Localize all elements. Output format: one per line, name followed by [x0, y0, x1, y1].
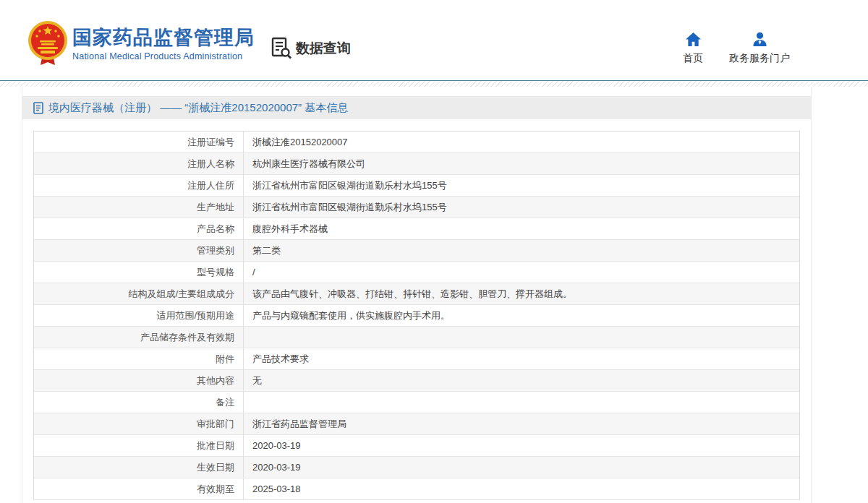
row-value: 无 [244, 370, 799, 391]
row-value: 2020-03-19 [244, 457, 799, 478]
row-value: 该产品由气腹针、冲吸器、打结钳、持针钳、造影钳、胆管刀、撑开器组成。 [244, 283, 799, 304]
table-row: 备注 [34, 392, 799, 413]
site-subtitle: National Medical Products Administration [72, 51, 255, 61]
row-label: 管理类别 [34, 240, 244, 261]
top-nav: 首页 政务服务门户 [683, 32, 790, 65]
row-label: 产品储存条件及有效期 [34, 327, 244, 348]
page-icon [33, 102, 43, 114]
row-label: 型号规格 [34, 262, 244, 283]
row-value: 浙械注准20152020007 [244, 132, 799, 152]
row-label: 注册证编号 [34, 132, 244, 152]
table-row: 管理类别 第二类 [34, 240, 799, 262]
row-value: 杭州康生医疗器械有限公司 [244, 153, 799, 174]
table-row: 生效日期 2020-03-19 [34, 457, 799, 478]
row-value: 2025-03-18 [244, 478, 799, 499]
national-emblem-logo [27, 20, 68, 66]
site-header: 国家药品监督管理局 National Medical Products Admi… [0, 0, 868, 80]
row-label: 有效期至 [34, 478, 244, 499]
row-value: 产品技术要求 [244, 348, 799, 369]
table-row: 批准日期 2020-03-19 [34, 435, 799, 457]
nav-item-home[interactable]: 首页 [683, 32, 703, 65]
row-label: 附件 [34, 348, 244, 369]
row-label: 批准日期 [34, 435, 244, 456]
registration-info-table: 注册证编号 浙械注准20152020007 注册人名称 杭州康生医疗器械有限公司… [33, 131, 800, 500]
row-value [244, 327, 799, 348]
row-value: 浙江省药品监督管理局 [244, 413, 799, 434]
row-label: 生产地址 [34, 197, 244, 218]
section-title: 境内医疗器械（注册） —— “浙械注准20152020007” 基本信息 [48, 101, 348, 115]
table-row: 注册人名称 杭州康生医疗器械有限公司 [34, 153, 799, 175]
nav-item-label: 政务服务门户 [729, 52, 790, 65]
header-divider-hatch [0, 81, 868, 87]
table-row: 产品名称 腹腔外科手术器械 [34, 218, 799, 240]
row-label: 适用范围/预期用途 [34, 305, 244, 326]
row-value: 产品与内窥镜配套使用，供实施腹腔内手术用。 [244, 305, 799, 326]
row-label: 注册人住所 [34, 175, 244, 196]
row-label: 结构及组成/主要组成成分 [34, 283, 244, 304]
data-query-tab[interactable]: 数据查询 [271, 37, 351, 59]
table-row: 有效期至 2025-03-18 [34, 478, 799, 500]
table-row: 其他内容 无 [34, 370, 799, 392]
table-row: 型号规格 / [34, 262, 799, 283]
nav-item-portal[interactable]: 政务服务门户 [729, 32, 790, 65]
table-row: 审批部门 浙江省药品监督管理局 [34, 413, 799, 435]
table-row: 适用范围/预期用途 产品与内窥镜配套使用，供实施腹腔内手术用。 [34, 305, 799, 327]
table-row: 结构及组成/主要组成成分 该产品由气腹针、冲吸器、打结钳、持针钳、造影钳、胆管刀… [34, 283, 799, 305]
row-label: 审批部门 [34, 413, 244, 434]
row-value: 腹腔外科手术器械 [244, 218, 799, 239]
document-search-icon [271, 37, 292, 59]
content-container: 境内医疗器械（注册） —— “浙械注准20152020007” 基本信息 注册证… [22, 87, 812, 503]
nav-item-label: 首页 [683, 52, 703, 65]
site-logo[interactable]: 国家药品监督管理局 National Medical Products Admi… [72, 26, 255, 61]
row-value: 浙江省杭州市富阳区银湖街道勤乐村水坞155号 [244, 175, 799, 196]
row-label: 生效日期 [34, 457, 244, 478]
row-label: 产品名称 [34, 218, 244, 239]
table-row: 产品储存条件及有效期 [34, 327, 799, 348]
data-query-label: 数据查询 [296, 39, 351, 58]
row-value: 2020-03-19 [244, 435, 799, 456]
table-row: 注册证编号 浙械注准20152020007 [34, 132, 799, 153]
row-value: 浙江省杭州市富阳区银湖街道勤乐村水坞155号 [244, 197, 799, 218]
home-icon [685, 32, 702, 47]
section-title-bar: 境内医疗器械（注册） —— “浙械注准20152020007” 基本信息 [22, 96, 811, 119]
row-value [244, 392, 799, 413]
table-row: 注册人住所 浙江省杭州市富阳区银湖街道勤乐村水坞155号 [34, 175, 799, 197]
row-label: 注册人名称 [34, 153, 244, 174]
table-row: 生产地址 浙江省杭州市富阳区银湖街道勤乐村水坞155号 [34, 197, 799, 218]
row-value: / [244, 262, 799, 283]
row-label: 备注 [34, 392, 244, 413]
table-row: 附件 产品技术要求 [34, 348, 799, 370]
row-value: 第二类 [244, 240, 799, 261]
site-title: 国家药品监督管理局 [72, 26, 255, 49]
user-icon [752, 32, 768, 47]
row-label: 其他内容 [34, 370, 244, 391]
